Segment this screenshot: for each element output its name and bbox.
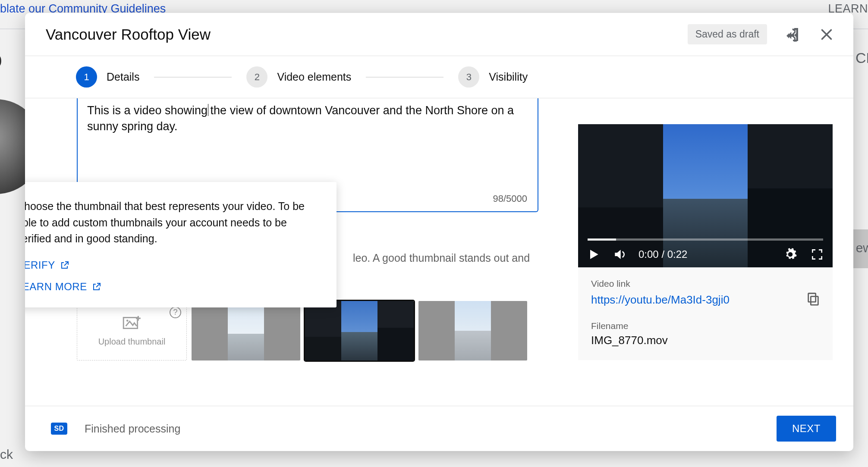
thumbnail-option-2[interactable] (305, 301, 414, 360)
modal-footer: SD Finished processing NEXT (25, 406, 853, 451)
video-link-label: Video link (591, 279, 821, 289)
settings-icon[interactable] (783, 248, 797, 261)
video-player[interactable]: 0:00 / 0:22 (578, 124, 833, 267)
video-progress-bar[interactable] (588, 238, 823, 241)
image-plus-icon (123, 315, 142, 332)
video-time: 0:00 / 0:22 (638, 248, 687, 260)
copy-link-button[interactable] (806, 291, 821, 308)
learn-more-link[interactable]: LEARN MORE (25, 281, 102, 293)
exit-icon[interactable] (783, 25, 802, 44)
svg-rect-9 (811, 296, 818, 305)
help-icon[interactable]: ? (170, 307, 181, 318)
bg-ew: ew (856, 241, 868, 255)
fullscreen-icon[interactable] (810, 248, 824, 261)
upload-thumbnail-button[interactable]: Upload thumbnail ? (77, 301, 187, 360)
description-counter: 98/5000 (493, 193, 527, 204)
video-link[interactable]: https://youtu.be/Ma3Id-3gji0 (591, 293, 730, 307)
stepper: 1 Details 2 Video elements 3 Visibility (25, 56, 853, 98)
thumbnail-option-3[interactable] (418, 301, 527, 360)
play-icon[interactable] (587, 248, 601, 261)
sd-badge: SD (51, 423, 67, 435)
external-link-icon (60, 260, 70, 270)
thumbnail-description-partial: leo. A good thumbnail stands out and (353, 252, 530, 264)
save-status-chip: Saved as draft (688, 24, 767, 44)
step-video-elements[interactable]: 2 Video elements (246, 66, 351, 88)
close-button[interactable] (817, 25, 836, 44)
volume-icon[interactable] (613, 248, 626, 261)
tooltip-text: Choose the thumbnail that best represent… (25, 198, 319, 247)
video-preview-panel: 0:00 / 0:22 Video link https://youtu.be/… (578, 124, 833, 360)
bg-cr: CR (855, 50, 868, 66)
filename-value: IMG_8770.mov (591, 334, 821, 347)
thumbnail-row: Upload thumbnail ? (77, 301, 527, 360)
step-details[interactable]: 1 Details (76, 66, 139, 88)
copy-icon (806, 291, 821, 306)
bg-studio: lio (0, 45, 2, 73)
svg-rect-10 (808, 293, 816, 302)
step-visibility[interactable]: 3 Visibility (458, 66, 528, 88)
external-link-icon (91, 282, 102, 292)
next-button[interactable]: NEXT (777, 416, 836, 442)
thumbnail-option-1[interactable] (192, 301, 300, 360)
processing-status: Finished processing (85, 423, 180, 435)
thumbnail-tooltip: Choose the thumbnail that best represent… (25, 182, 337, 307)
modal-title: Vancouver Rooftop View (46, 26, 688, 43)
svg-rect-1 (797, 28, 798, 41)
preview-metadata: Video link https://youtu.be/Ma3Id-3gji0 … (578, 267, 833, 360)
verify-link[interactable]: VERIFY (25, 259, 70, 271)
upload-modal: Vancouver Rooftop View Saved as draft 1 … (25, 13, 853, 451)
filename-label: Filename (591, 321, 821, 331)
modal-body: This is a video showing the view of down… (25, 98, 853, 406)
svg-point-6 (126, 320, 128, 322)
bg-ck: ck (0, 447, 13, 462)
modal-header: Vancouver Rooftop View Saved as draft (25, 13, 853, 56)
